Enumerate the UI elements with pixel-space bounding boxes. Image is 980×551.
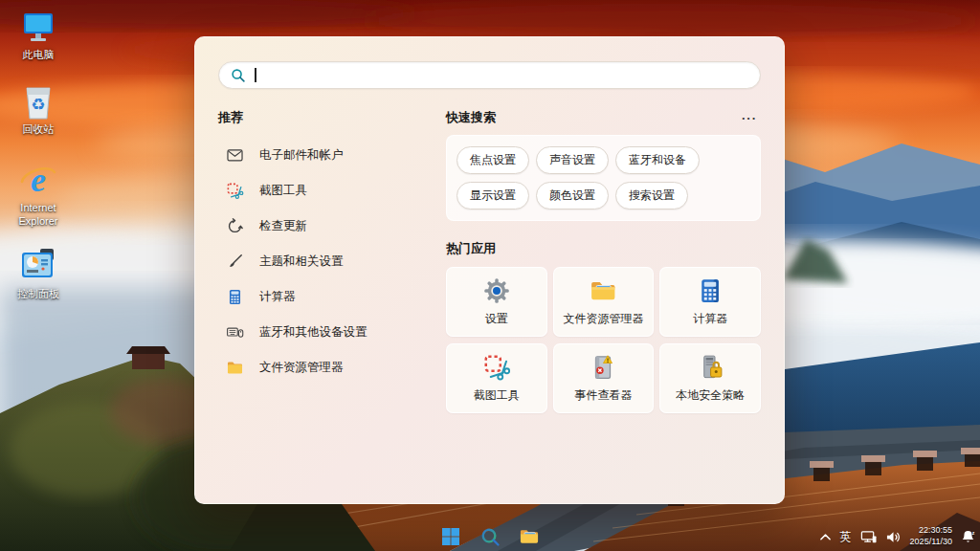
quick-search-card: 焦点设置 声音设置 蓝牙和设备 显示设置 颜色设置 搜索设置 [446,135,761,221]
settings-gear-icon [482,276,511,305]
recycle-bin-icon: ♻ [20,80,56,121]
app-tile-label: 本地安全策略 [676,387,745,404]
taskbar-search-button[interactable] [478,524,502,549]
clock-date: 2025/11/30 [910,537,952,548]
recommended-item-file-explorer[interactable]: 文件资源管理器 [218,350,446,386]
recommended-item-label: 电子邮件和帐户 [259,147,344,164]
taskbar-search-icon [480,527,501,547]
search-bar[interactable] [218,61,761,89]
windows-logo-icon [441,527,460,546]
taskbar: 英 22:30:55 2025/11/30 [0,522,980,551]
file-explorer-icon [589,276,617,305]
app-tile-calculator[interactable]: 计算器 [659,267,761,337]
app-tile-file-explorer[interactable]: 文件资源管理器 [553,267,655,337]
taskbar-folder-icon [519,527,540,546]
quick-search-pill[interactable]: 颜色设置 [536,182,609,209]
more-options-button[interactable]: ··· [738,111,761,125]
recommended-title: 推荐 [218,109,446,126]
tray-chevron-up-icon[interactable] [819,532,832,541]
recommended-item-label: 蓝牙和其他设备设置 [259,324,368,341]
recommended-item-label: 检查更新 [259,218,307,234]
desktop-icon-label: 回收站 [23,123,55,137]
quick-search-pill[interactable]: 蓝牙和设备 [615,146,700,174]
notification-bell-icon[interactable]: z [961,529,975,544]
app-tile-label: 截图工具 [474,387,520,404]
desktop-icon-recycle-bin[interactable]: ♻ 回收站 [4,80,73,137]
search-input[interactable] [256,62,749,88]
network-icon[interactable] [860,530,877,543]
system-tray: 英 22:30:55 2025/11/30 [819,522,975,551]
app-tile-label: 事件查看器 [574,387,632,404]
recommended-item-label: 文件资源管理器 [259,360,344,376]
app-tile-settings[interactable]: 设置 [446,267,547,337]
search-icon [231,68,246,83]
refresh-icon [226,217,244,235]
start-button[interactable] [438,524,463,549]
desktop-icon-this-pc[interactable]: 此电脑 [4,6,73,62]
app-tile-local-security-policy[interactable]: 本地安全策略 [659,343,761,413]
quick-search-section: 快速搜索 ··· [446,109,761,126]
security-policy-icon [696,353,724,382]
recommended-item-label: 计算器 [259,289,296,305]
ime-indicator[interactable]: 英 [840,529,852,545]
svg-text:e: e [31,161,46,199]
quick-search-pill[interactable]: 焦点设置 [457,146,529,174]
calculator-icon [226,288,244,306]
speaker-icon[interactable] [885,530,902,544]
recommended-item-label: 截图工具 [259,183,307,199]
desktop-icon-control-panel[interactable]: 控制面板 [4,245,73,301]
app-tile-snipping-tool[interactable]: 截图工具 [446,343,547,413]
recommended-item-bluetooth-devices[interactable]: 蓝牙和其他设备设置 [218,315,446,350]
quick-search-pill[interactable]: 声音设置 [536,146,609,174]
snipping-tool-icon [482,353,511,382]
app-tile-event-viewer[interactable]: 事件查看器 [553,343,655,413]
this-pc-icon [19,6,57,46]
popular-apps-grid: 设置 文件资源管理器 [446,267,761,413]
app-tile-label: 设置 [485,311,508,327]
svg-text:♻: ♻ [31,95,45,114]
app-tile-label: 计算器 [693,311,727,327]
taskbar-file-explorer-button[interactable] [517,524,542,549]
quick-search-pill[interactable]: 显示设置 [457,182,529,209]
recommended-section: 推荐 电子邮件和帐户 [218,109,446,413]
desktop-icon-label: Internet Explorer [5,202,72,229]
folder-icon [226,359,244,377]
quick-search-pill[interactable]: 搜索设置 [615,182,688,209]
desktop: 此电脑 ♻ 回收站 e Internet Explorer [0,0,980,551]
popular-apps-title: 热门应用 [446,240,761,257]
desktop-icon-internet-explorer[interactable]: e Internet Explorer [4,159,73,229]
desktop-icon-label: 控制面板 [17,288,59,301]
desktop-icon-label: 此电脑 [23,49,55,62]
app-tile-label: 文件资源管理器 [563,311,643,327]
devices-icon [226,323,244,342]
recommended-item-themes[interactable]: 主题和相关设置 [218,244,446,279]
svg-text:z: z [972,530,975,536]
recommended-item-mail[interactable]: 电子邮件和帐户 [218,138,446,173]
paintbrush-icon [226,253,244,271]
calculator-icon [696,276,724,305]
event-viewer-icon [589,353,617,382]
mail-icon [226,146,244,165]
control-panel-icon [19,245,57,285]
internet-explorer-icon: e [18,159,58,199]
search-flyout-panel: 推荐 电子邮件和帐户 [194,36,785,504]
recommended-item-check-updates[interactable]: 检查更新 [218,209,446,244]
clock-time: 22:30:55 [910,525,952,537]
quick-search-title: 快速搜索 [446,109,496,126]
taskbar-clock[interactable]: 22:30:55 2025/11/30 [910,525,952,547]
recommended-item-snipping-tool[interactable]: 截图工具 [218,173,446,209]
recommended-item-label: 主题和相关设置 [259,253,344,270]
snipping-tool-icon [226,182,244,200]
recommended-item-calculator[interactable]: 计算器 [218,279,446,315]
